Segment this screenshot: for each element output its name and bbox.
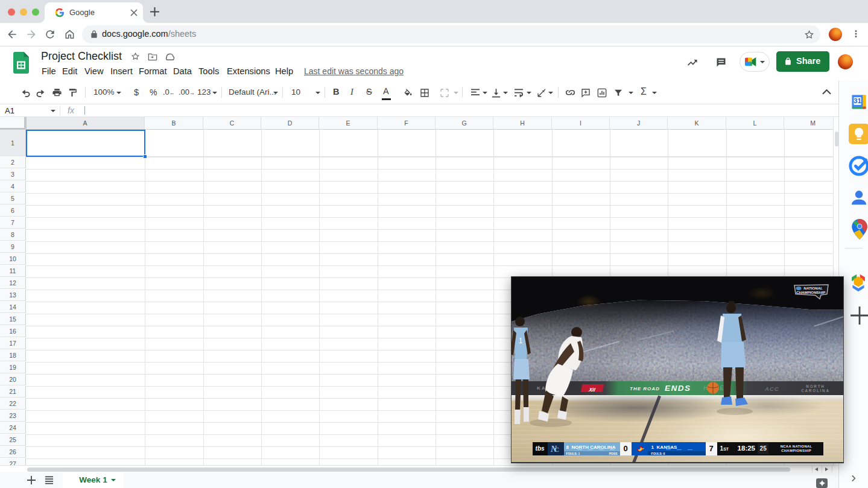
svg-text:1: 1 (519, 337, 523, 345)
svg-text:CHAMPIONSHIP: CHAMPIONSHIP (796, 290, 826, 294)
svg-text:31: 31 (854, 97, 861, 104)
svg-text:C: C (554, 446, 559, 453)
